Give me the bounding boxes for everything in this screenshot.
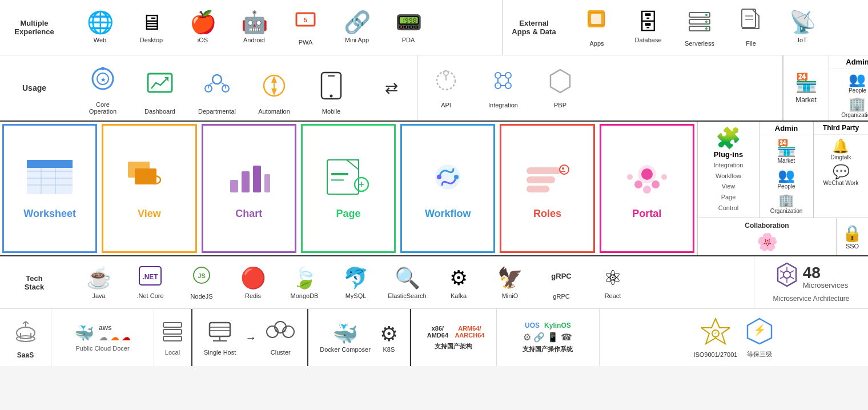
feature-portal[interactable]: Portal [600, 124, 694, 253]
java-icon: ☕ [86, 266, 112, 290]
admin-people-item[interactable]: 👥 People [777, 167, 795, 190]
usage-dashboard[interactable]: Dashboard [131, 58, 188, 118]
tech-nodejs[interactable]: JS NodeJS [176, 262, 227, 303]
usage-mobile[interactable]: Mobile [303, 58, 360, 118]
usage-integration[interactable]: Integration [475, 64, 532, 112]
svg-line-90 [780, 276, 784, 279]
cluster-item: Cluster [266, 319, 295, 356]
os-icon3: 📱 [547, 332, 558, 343]
arrow-right-icon: → [245, 331, 256, 344]
tech-kafka[interactable]: ⚙ Kafka [433, 263, 484, 303]
usage-departmental[interactable]: Departmental [188, 58, 246, 118]
usage-api[interactable]: API [417, 64, 475, 112]
svg-text:.NET: .NET [142, 273, 158, 281]
view-label: View [138, 208, 161, 220]
iso-icon: ✓ [701, 317, 730, 351]
feature-view[interactable]: View [102, 124, 196, 253]
tech-elasticsearch[interactable]: 🔍 ElasticSearch [381, 263, 433, 303]
item-pda[interactable]: 📟 PDA [383, 8, 434, 47]
item-file[interactable]: File [725, 5, 777, 50]
usage-right: API Integration [417, 55, 782, 120]
tech-react[interactable]: ⚛ React [587, 263, 638, 303]
svg-line-89 [790, 276, 794, 279]
item-database[interactable]: 🗄 Database [622, 8, 674, 47]
third-wechat-item[interactable]: 💬 WeChat Work [823, 164, 859, 186]
svg-point-20 [212, 75, 222, 84]
react-icon: ⚛ [604, 266, 622, 290]
tech-mysql[interactable]: 🐬 MySQL [330, 263, 381, 303]
admin-organization[interactable]: 🏢 Organization [841, 96, 868, 118]
roles-icon [522, 157, 573, 204]
admin-people[interactable]: 👥 People [849, 71, 866, 94]
svg-rect-67 [527, 167, 561, 174]
people-icon: 👥 [849, 71, 866, 87]
dotnet-icon: .NET [138, 266, 162, 290]
elasticsearch-label: ElasticSearch [388, 292, 426, 299]
svg-point-78 [661, 174, 667, 180]
pwa-label: PWA [299, 39, 313, 46]
microservice-number: 48 [803, 265, 848, 281]
svg-rect-57 [264, 174, 270, 192]
single-host-item: Single Host [204, 319, 236, 356]
admin-items: 👥 People 🏢 Organization [829, 69, 868, 120]
departmental-label: Departmental [198, 108, 236, 115]
item-apps[interactable]: Apps [571, 5, 622, 50]
mongodb-icon: 🍃 [292, 266, 318, 290]
miniapp-icon: 🔗 [344, 11, 371, 33]
tech-minio[interactable]: 🦅 MiniO [484, 263, 536, 303]
feature-page[interactable]: + Page [301, 124, 396, 253]
svg-rect-18 [148, 74, 172, 92]
single-host-icon [207, 319, 232, 349]
microservice-icon [774, 262, 799, 292]
tech-java[interactable]: ☕ Java [73, 263, 124, 303]
item-ios[interactable]: 🍎 iOS [177, 8, 228, 47]
sso-section: 🔒 SSO [837, 218, 868, 255]
sso-icon: 🔒 [842, 224, 862, 243]
sso-label: SSO [846, 243, 859, 250]
svg-point-66 [454, 175, 459, 179]
worksheet-icon [24, 157, 75, 204]
feature-workflow[interactable]: Workflow [400, 124, 495, 253]
usage-automation[interactable]: Automation [246, 58, 303, 118]
usage-core-op[interactable]: ★ Core Operation [74, 58, 131, 118]
tech-dotnet[interactable]: .NET .Net Core [124, 262, 176, 303]
tech-mongodb[interactable]: 🍃 MongoDB [279, 263, 330, 303]
feature-worksheet[interactable]: Worksheet [2, 124, 97, 253]
cert-dengbao: ⚡ 等保三级 [745, 316, 774, 359]
item-android[interactable]: 🤖 Android [228, 8, 280, 47]
item-serverless[interactable]: Serverless [674, 5, 725, 50]
cloud-icon3: ☁ [122, 332, 131, 343]
automation-icon [260, 71, 288, 106]
admin-org-item[interactable]: 🏢 Organization [770, 193, 803, 214]
cloud-section: 🐳 aws ☁ ☁ ☁ Public Cloud Docer [51, 309, 154, 366]
admin-section-title: Admin [760, 122, 813, 135]
admin-panel-usage: 🏪 Market Admin 👥 People 🏢 Organization [782, 55, 868, 120]
integration-icon [490, 67, 516, 99]
item-iot[interactable]: 📡 IoT [777, 8, 828, 47]
chart-label: Chart [235, 208, 262, 220]
org-icon-panel: 🏢 [778, 193, 794, 208]
svg-point-65 [437, 175, 441, 179]
saas-label: SaaS [17, 351, 34, 359]
tech-redis[interactable]: 🔴 Redis [227, 263, 279, 303]
item-miniapp[interactable]: 🔗 Mini App [331, 8, 383, 47]
workflow-icon [422, 157, 473, 204]
market-section: 🏪 Market [783, 55, 829, 120]
feature-roles[interactable]: Roles [500, 124, 594, 253]
single-host-label: Single Host [204, 349, 236, 356]
tech-grpc[interactable]: gRPC gRPC [536, 262, 587, 303]
item-web[interactable]: 🌐 Web [74, 8, 126, 47]
third-party-section-items: 🔔 Dingtalk 💬 WeChat Work [814, 135, 868, 190]
admin-market-item[interactable]: 🏪 Market [777, 139, 797, 164]
svg-rect-69 [527, 186, 549, 192]
usage-pbp[interactable]: PBP [532, 64, 589, 112]
feature-chart[interactable]: Chart [202, 124, 296, 253]
cluster-label: Cluster [271, 349, 291, 356]
item-pwa[interactable]: 5 PWA [280, 6, 331, 49]
third-dingtalk-item[interactable]: 🔔 Dingtalk [830, 138, 851, 160]
redis-label: Redis [245, 292, 261, 299]
item-desktop[interactable]: 🖥 Desktop [126, 8, 177, 47]
tech-stack-row: Tech Stack ☕ Java .NET .Net Core [0, 256, 868, 309]
mysql-label: MySQL [345, 292, 367, 299]
serverless-label: Serverless [685, 40, 714, 47]
